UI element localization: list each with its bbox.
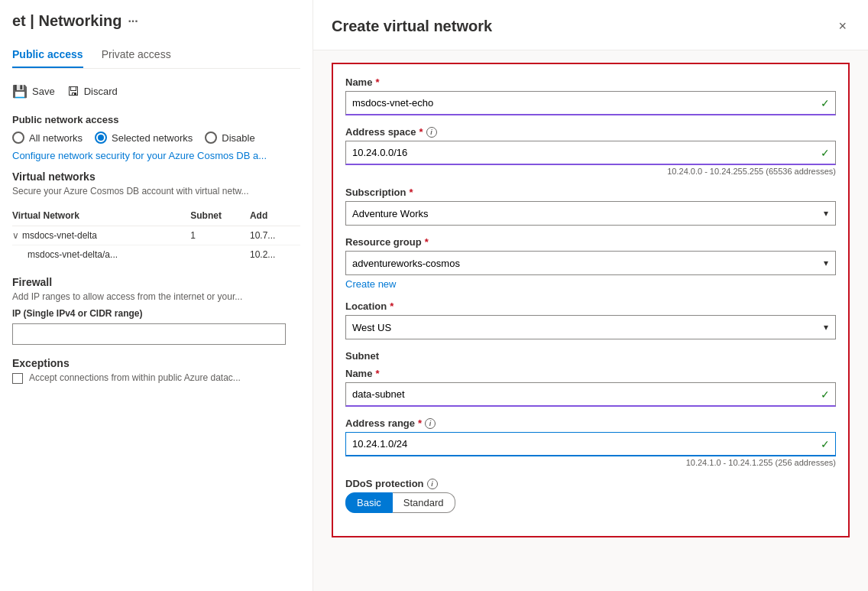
required-star-7: * — [418, 417, 422, 429]
subscription-select-wrapper: Adventure Works ▾ — [345, 201, 836, 226]
flyout-title: Create virtual network — [332, 18, 492, 35]
configure-link[interactable]: Configure network security for your Azur… — [12, 150, 267, 161]
subscription-select[interactable]: Adventure Works — [345, 201, 836, 226]
ddos-protection-label: DDoS protection i — [345, 478, 836, 489]
tab-public-access[interactable]: Public access — [12, 42, 83, 68]
subnet-section: Subnet Name * ✓ Address range — [345, 350, 836, 467]
ddos-info-icon[interactable]: i — [427, 479, 438, 489]
subscription-label: Subscription * — [345, 187, 836, 198]
flyout-panel: Create virtual network × Name * ✓ Addres… — [313, 0, 868, 591]
location-label: Location * — [345, 300, 836, 312]
firewall-desc: Add IP ranges to allow access from the i… — [12, 291, 300, 302]
resource-group-select-wrapper: adventureworks-cosmos ▾ — [345, 251, 836, 275]
flyout-header: Create virtual network × — [313, 0, 868, 50]
subscription-field: Subscription * Adventure Works ▾ — [345, 187, 836, 226]
subnet-name-field: Name * ✓ — [345, 368, 836, 407]
network-access-radio-group: All networks Selected networks Disable — [12, 132, 300, 144]
subnet-address-range-hint: 10.24.1.0 - 10.24.1.255 (256 addresses) — [345, 458, 836, 467]
save-button[interactable]: 💾 Save — [12, 81, 55, 102]
table-row: msdocs-vnet-delta/a... 10.2... — [12, 245, 300, 265]
address-space-hint: 10.24.0.0 - 10.24.255.255 (65536 address… — [345, 167, 836, 176]
ddos-basic-button[interactable]: Basic — [345, 492, 393, 513]
form-section: Name * ✓ Address space * i ✓ — [332, 63, 850, 537]
subnet-address-range-checkmark: ✓ — [821, 438, 830, 450]
required-star-3: * — [409, 187, 413, 198]
resource-group-select[interactable]: adventureworks-cosmos — [345, 251, 836, 275]
location-field: Location * West US ▾ — [345, 300, 836, 339]
subnet-address-range-field: Address range * i ✓ 10.24.1.0 - 10.24.1.… — [345, 417, 836, 467]
ddos-standard-button[interactable]: Standard — [393, 492, 455, 513]
radio-disable[interactable]: Disable — [205, 132, 254, 144]
required-star: * — [375, 76, 379, 88]
radio-circle-selected — [95, 132, 107, 144]
flyout-body: Name * ✓ Address space * i ✓ — [313, 50, 868, 591]
left-panel: et | Networking ··· Public access Privat… — [0, 0, 313, 591]
resource-group-label: Resource group * — [345, 236, 836, 248]
address-range-info-icon[interactable]: i — [425, 418, 436, 429]
subnet-address-range-input[interactable] — [345, 432, 836, 456]
expand-icon[interactable]: ∨ — [12, 230, 19, 241]
tab-bar: Public access Private access — [12, 42, 300, 69]
exceptions-section: Exceptions Accept connections from withi… — [12, 357, 300, 384]
page-title: et | Networking ··· — [12, 12, 300, 30]
address-space-checkmark: ✓ — [821, 147, 830, 159]
exceptions-check: Accept connections from within public Az… — [12, 372, 300, 384]
save-icon: 💾 — [12, 84, 28, 99]
subnet-name-input[interactable] — [345, 382, 836, 407]
col-subnet: Subnet — [190, 206, 250, 226]
address-space-label: Address space * i — [345, 126, 836, 138]
address-space-info-icon[interactable]: i — [426, 127, 437, 138]
subnet-address-range-input-wrapper: ✓ — [345, 432, 836, 456]
vnet-section-title: Virtual networks — [12, 170, 300, 183]
tab-private-access[interactable]: Private access — [102, 42, 171, 68]
required-star-4: * — [425, 236, 429, 248]
ellipsis-menu[interactable]: ··· — [128, 15, 138, 28]
address-space-input[interactable] — [345, 141, 836, 165]
location-select[interactable]: West US — [345, 315, 836, 339]
radio-circle-all — [12, 132, 24, 144]
subnet-name-input-wrapper: ✓ — [345, 382, 836, 407]
ip-input[interactable] — [12, 323, 286, 345]
name-field: Name * ✓ — [345, 76, 836, 115]
radio-all-networks[interactable]: All networks — [12, 132, 83, 144]
required-star-6: * — [375, 368, 379, 379]
table-row: ∨msdocs-vnet-delta 1 10.7... — [12, 226, 300, 245]
firewall-title: Firewall — [12, 276, 300, 288]
ip-label: IP (Single IPv4 or CIDR range) — [12, 308, 300, 319]
close-button[interactable]: × — [835, 15, 850, 37]
name-input[interactable] — [345, 91, 836, 115]
ddos-protection-field: DDoS protection i Basic Standard — [345, 478, 836, 513]
name-checkmark: ✓ — [821, 97, 830, 109]
create-new-link[interactable]: Create new — [345, 278, 396, 290]
ddos-toggle-group: Basic Standard — [345, 492, 836, 513]
vnet-section-desc: Secure your Azure Cosmos DB account with… — [12, 186, 300, 196]
discard-button[interactable]: 🖫 Discard — [67, 82, 118, 102]
name-input-wrapper: ✓ — [345, 91, 836, 115]
required-star-2: * — [419, 126, 423, 138]
required-star-5: * — [390, 300, 394, 312]
col-virtual-network: Virtual Network — [12, 206, 190, 226]
address-space-field: Address space * i ✓ 10.24.0.0 - 10.24.25… — [345, 126, 836, 176]
subnet-name-checkmark: ✓ — [821, 388, 830, 401]
address-space-input-wrapper: ✓ — [345, 141, 836, 165]
col-addr: Add — [250, 206, 300, 226]
location-select-wrapper: West US ▾ — [345, 315, 836, 339]
vnet-table: Virtual Network Subnet Add ∨msdocs-vnet-… — [12, 206, 300, 264]
discard-icon: 🖫 — [67, 85, 79, 99]
exceptions-checkbox[interactable] — [12, 373, 23, 384]
subnet-name-label: Name * — [345, 368, 836, 379]
radio-selected-networks[interactable]: Selected networks — [95, 132, 193, 144]
subnet-header: Subnet — [345, 350, 836, 362]
resource-group-field: Resource group * adventureworks-cosmos ▾… — [345, 236, 836, 290]
name-label: Name * — [345, 76, 836, 88]
toolbar: 💾 Save 🖫 Discard — [12, 81, 300, 102]
network-access-label: Public network access — [12, 114, 300, 125]
radio-circle-disable — [205, 132, 217, 144]
exceptions-title: Exceptions — [12, 357, 300, 369]
firewall-section: Firewall Add IP ranges to allow access f… — [12, 276, 300, 345]
subnet-address-range-label: Address range * i — [345, 417, 836, 429]
